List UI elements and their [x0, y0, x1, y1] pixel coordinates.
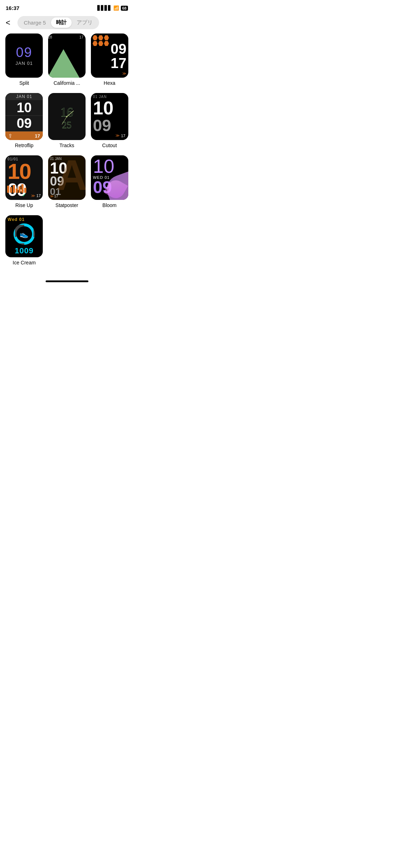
watch-face-item-retroflip[interactable]: JAN 01 10 09 ⇪ 17 Retroflip [5, 93, 43, 148]
cal-triangle-decoration [48, 49, 80, 78]
cutout-hour: 10 [93, 99, 114, 117]
retroflip-min: 09 [17, 116, 32, 131]
watch-face-split[interactable]: 09 JAN 01 [5, 33, 43, 78]
retroflip-min-row: 09 [5, 116, 43, 131]
riseup-arrows: ≫ [31, 193, 35, 198]
watch-face-item-cutout[interactable]: 01 JAN 10 09 ≫ 17 Cutout [90, 93, 129, 148]
cutout-min: 09 [93, 117, 111, 134]
cal-num17: 17 [79, 35, 83, 39]
watch-face-item-california[interactable]: 28 17 California ... [48, 33, 86, 86]
home-indicator [0, 276, 134, 285]
hexa-time-min: 17 [110, 55, 127, 71]
watch-label-riseup: Rise Up [15, 202, 33, 208]
home-bar [46, 280, 88, 282]
retroflip-date: JAN 01 [5, 93, 43, 100]
cutout-bottom: ≫ 17 [115, 133, 125, 138]
watch-label-statposter: Statposter [56, 202, 78, 208]
watch-label-tracks: Tracks [60, 143, 74, 148]
back-button[interactable]: < [6, 17, 13, 29]
watch-label-icecream: Ice Cream [13, 260, 36, 265]
riseup-bottom: ≫ 17 [31, 193, 41, 198]
device-label: Charge 5 [19, 18, 51, 27]
watch-face-california[interactable]: 28 17 [48, 33, 86, 78]
status-bar: 16:37 ▋▋▋▋ 📶 68 [0, 0, 134, 13]
statposter-steps: 17 [54, 194, 58, 198]
retroflip-bottom-bar: ⇪ 17 [5, 131, 43, 140]
split-date: JAN 01 [16, 61, 33, 66]
watch-label-california: California ... [53, 80, 80, 86]
watch-face-retroflip[interactable]: JAN 01 10 09 ⇪ 17 [5, 93, 43, 140]
watch-face-cutout[interactable]: 01 JAN 10 09 ≫ 17 [91, 93, 128, 140]
retroflip-steps: 17 [35, 133, 40, 139]
svg-text:16: 16 [61, 105, 73, 119]
watch-label-bloom: Bloom [102, 202, 117, 208]
statposter-arrows: ≫ [50, 194, 53, 198]
signal-icon: ▋▋▋▋ [97, 5, 112, 11]
watch-label-retroflip: Retroflip [15, 143, 34, 148]
cutout-arrows: ≫ [115, 133, 120, 138]
battery-indicator: 68 [121, 6, 128, 11]
riseup-checkmark: ✓ [22, 192, 26, 198]
icecream-steps: 1009 [15, 246, 34, 255]
watch-face-item-statposter[interactable]: 01 JAN 10 09 01 A ≫ 17 Statposter [48, 155, 86, 208]
hexa-hexagons [93, 35, 109, 46]
icecream-circle: 👟 [14, 223, 35, 245]
tab-clock[interactable]: 時計 [51, 17, 72, 28]
watch-face-item-riseup[interactable]: 01/01 10 09 ≫ 17 ✓ Rise Up [5, 155, 43, 208]
watch-face-riseup[interactable]: 01/01 10 09 ≫ 17 ✓ [5, 155, 43, 200]
riseup-steps: 17 [36, 193, 41, 198]
riseup-bars [7, 184, 26, 193]
watch-face-item-hexa[interactable]: 09 17 ≫ Hexa [90, 33, 129, 86]
riseup-hour: 10 [7, 161, 31, 182]
watch-label-cutout: Cutout [102, 143, 117, 148]
watch-label-split: Split [19, 80, 29, 86]
retroflip-arrows: ⇪ [8, 133, 12, 139]
hexa-time-hour: 09 [110, 41, 127, 57]
watch-face-statposter[interactable]: 01 JAN 10 09 01 A ≫ 17 [48, 155, 86, 200]
status-time: 16:37 [6, 5, 19, 11]
retroflip-hour: 10 [17, 100, 32, 115]
header: < Charge 5 時計 アプリ [0, 13, 134, 33]
watch-face-hexa[interactable]: 09 17 ≫ [91, 33, 128, 78]
bloom-hour: 10 [93, 157, 114, 175]
status-icons: ▋▋▋▋ 📶 68 [97, 5, 128, 11]
watch-face-tracks[interactable]: 16 25 [48, 93, 86, 140]
cutout-steps: 17 [121, 134, 125, 138]
watch-face-item-bloom[interactable]: 10 WED 01 09 Bloom [90, 155, 129, 208]
watch-face-item-icecream[interactable]: Wed 01 👟 1009 Ice Cream [5, 215, 43, 265]
watch-face-grid: 09 JAN 01 Split 28 17 California ... 09 [0, 33, 134, 276]
wifi-icon: 📶 [113, 5, 119, 11]
watch-face-bloom[interactable]: 10 WED 01 09 [91, 155, 128, 200]
icecream-date: Wed 01 [7, 217, 25, 222]
statposter-bg: A [56, 155, 86, 196]
icecream-shoe-icon: 👟 [16, 226, 32, 242]
tab-app[interactable]: アプリ [72, 17, 98, 28]
retroflip-hour-row: 10 [5, 100, 43, 116]
watch-face-item-split[interactable]: 09 JAN 01 Split [5, 33, 43, 86]
statposter-bottom: ≫ 17 [50, 194, 58, 198]
cal-num28: 28 [48, 35, 52, 39]
hexa-arrows: ≫ [122, 71, 127, 76]
tracks-svg: 16 25 [50, 95, 84, 138]
svg-point-4 [66, 116, 68, 117]
tab-pill[interactable]: Charge 5 時計 アプリ [17, 16, 99, 29]
svg-text:25: 25 [62, 120, 71, 130]
shoe-emoji: 👟 [20, 230, 29, 238]
watch-face-icecream[interactable]: Wed 01 👟 1009 [5, 215, 43, 257]
watch-face-item-tracks[interactable]: 16 25 Tracks [48, 93, 86, 148]
watch-label-hexa: Hexa [104, 80, 115, 86]
split-time: 09 [16, 46, 32, 59]
